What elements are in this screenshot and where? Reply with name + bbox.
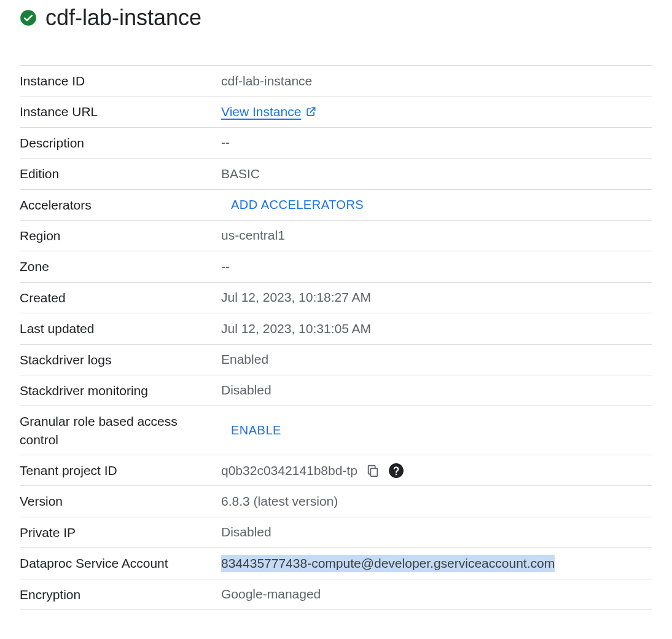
value-instance-url: View Instance bbox=[221, 103, 652, 120]
label-region: Region bbox=[20, 227, 221, 245]
row-region: Region us-central1 bbox=[20, 220, 652, 251]
label-accelerators: Accelerators bbox=[20, 196, 221, 214]
label-private-ip: Private IP bbox=[20, 523, 221, 541]
label-edition: Edition bbox=[20, 165, 221, 182]
status-ok-icon bbox=[20, 9, 37, 26]
label-description: Description bbox=[20, 134, 221, 152]
value-last-updated: Jul 12, 2023, 10:31:05 AM bbox=[221, 320, 652, 337]
row-instance-url: Instance URL View Instance bbox=[20, 96, 652, 127]
value-version: 6.8.3 (latest version) bbox=[221, 493, 652, 510]
row-dataproc-sa: Dataproc Service Account 834435777438-co… bbox=[20, 547, 652, 578]
page-title: cdf-lab-instance bbox=[45, 5, 201, 31]
label-tenant-project-id: Tenant project ID bbox=[20, 461, 221, 479]
value-accelerators: ADD ACCELERATORS bbox=[221, 197, 652, 213]
value-dataproc-sa: 834435777438-compute@developer.gservicea… bbox=[221, 555, 555, 572]
svg-point-0 bbox=[20, 10, 36, 26]
value-private-ip: Disabled bbox=[221, 523, 652, 541]
label-encryption: Encryption bbox=[20, 586, 221, 603]
label-instance-id: Instance ID bbox=[20, 72, 221, 90]
row-description: Description -- bbox=[20, 127, 652, 158]
instance-details-table: Instance ID cdf-lab-instance Instance UR… bbox=[20, 65, 652, 610]
value-description: -- bbox=[221, 134, 652, 151]
page-header: cdf-lab-instance bbox=[20, 5, 652, 31]
row-private-ip: Private IP Disabled bbox=[20, 517, 652, 547]
value-edition: BASIC bbox=[221, 165, 652, 182]
value-region: us-central1 bbox=[221, 227, 652, 244]
value-instance-id: cdf-lab-instance bbox=[221, 73, 652, 90]
value-dataproc-sa-container: 834435777438-compute@developer.gservicea… bbox=[221, 555, 652, 572]
value-stackdriver-monitoring: Disabled bbox=[221, 382, 652, 399]
row-stackdriver-logs: Stackdriver logs Enabled bbox=[20, 344, 652, 375]
label-zone: Zone bbox=[20, 257, 221, 275]
row-encryption: Encryption Google-managed bbox=[20, 579, 652, 610]
row-created: Created Jul 12, 2023, 10:18:27 AM bbox=[20, 282, 652, 313]
label-version: Version bbox=[20, 492, 221, 510]
value-stackdriver-logs: Enabled bbox=[221, 351, 652, 368]
row-zone: Zone -- bbox=[20, 251, 652, 281]
row-accelerators: Accelerators ADD ACCELERATORS bbox=[20, 189, 652, 220]
label-instance-url: Instance URL bbox=[20, 103, 221, 120]
tenant-project-id-help-button[interactable] bbox=[388, 463, 404, 479]
row-edition: Edition BASIC bbox=[20, 158, 652, 189]
label-dataproc-sa: Dataproc Service Account bbox=[20, 554, 221, 572]
value-created: Jul 12, 2023, 10:18:27 AM bbox=[221, 289, 652, 306]
label-created: Created bbox=[20, 289, 221, 307]
label-last-updated: Last updated bbox=[20, 320, 221, 337]
row-rbac: Granular role based access control ENABL… bbox=[20, 406, 652, 455]
open-in-new-icon bbox=[305, 106, 317, 118]
row-version: Version 6.8.3 (latest version) bbox=[20, 485, 652, 516]
value-tenant-project-id: q0b32c0342141b8bd-tp bbox=[221, 462, 357, 479]
copy-icon bbox=[366, 464, 380, 477]
copy-tenant-project-id-button[interactable] bbox=[366, 464, 380, 477]
svg-point-2 bbox=[389, 463, 404, 478]
value-tenant-project-id-container: q0b32c0342141b8bd-tp bbox=[221, 462, 652, 479]
value-zone: -- bbox=[221, 258, 652, 275]
row-instance-id: Instance ID cdf-lab-instance bbox=[20, 65, 652, 96]
view-instance-link[interactable]: View Instance bbox=[221, 103, 317, 120]
value-encryption: Google-managed bbox=[221, 586, 652, 603]
label-stackdriver-logs: Stackdriver logs bbox=[20, 351, 221, 369]
view-instance-link-text: View Instance bbox=[221, 103, 301, 120]
row-last-updated: Last updated Jul 12, 2023, 10:31:05 AM bbox=[20, 313, 652, 343]
svg-point-3 bbox=[395, 473, 397, 475]
enable-rbac-button[interactable]: ENABLE bbox=[221, 422, 291, 439]
label-rbac: Granular role based access control bbox=[20, 412, 221, 449]
svg-rect-1 bbox=[370, 468, 377, 476]
add-accelerators-button[interactable]: ADD ACCELERATORS bbox=[221, 197, 373, 213]
value-rbac: ENABLE bbox=[221, 422, 652, 439]
label-stackdriver-monitoring: Stackdriver monitoring bbox=[20, 382, 221, 399]
help-icon bbox=[388, 463, 404, 479]
row-tenant-project-id: Tenant project ID q0b32c0342141b8bd-tp bbox=[20, 455, 652, 485]
row-stackdriver-monitoring: Stackdriver monitoring Disabled bbox=[20, 375, 652, 406]
